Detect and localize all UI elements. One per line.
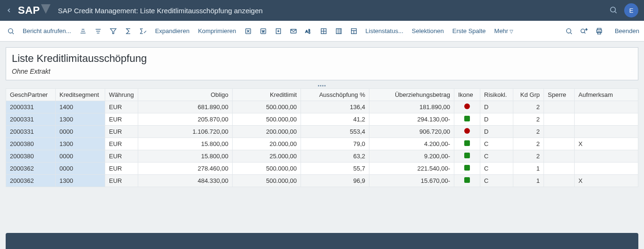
- export-excel-icon[interactable]: [242, 25, 254, 37]
- report-button[interactable]: Bericht aufrufen...: [20, 27, 74, 34]
- svg-point-31: [581, 29, 585, 33]
- table-row[interactable]: 20003801300EUR15.800,0020.000,0079,04.20…: [6, 138, 638, 150]
- status-bar: [6, 233, 638, 249]
- table-cell: 63,2: [301, 150, 369, 163]
- splitter-handle[interactable]: ••••: [6, 83, 638, 88]
- filter-icon[interactable]: [107, 25, 119, 37]
- sort-desc-icon[interactable]: [92, 25, 104, 37]
- table-cell: EUR: [105, 175, 138, 187]
- toolbar: Bericht aufrufen... Expandieren Komprimi…: [0, 21, 644, 42]
- col-ik[interactable]: Ikone: [454, 89, 480, 101]
- svg-point-1: [611, 7, 616, 12]
- status-icon: [464, 140, 470, 146]
- find-next-icon[interactable]: +: [578, 25, 590, 37]
- table-cell: 2000331: [6, 126, 56, 138]
- col-sp[interactable]: Sperre: [544, 89, 575, 101]
- page-title: SAP Credit Management: Liste Kreditlimit…: [58, 7, 263, 15]
- table-cell: EUR: [105, 113, 138, 126]
- table-cell: 41,2: [301, 113, 369, 126]
- app-header: SAP SAP Credit Management: Liste Kreditl…: [0, 0, 644, 21]
- expand-button[interactable]: Expandieren: [152, 27, 192, 34]
- selections-button[interactable]: Selektionen: [409, 27, 447, 34]
- compress-button[interactable]: Komprimieren: [195, 27, 239, 34]
- table-cell: 2000331: [6, 113, 56, 126]
- exit-button[interactable]: Beenden: [615, 27, 639, 34]
- table-cell: 0000: [56, 126, 105, 138]
- layout-icon[interactable]: [348, 25, 360, 37]
- table-cell: 2: [513, 126, 544, 138]
- subtotal-icon[interactable]: [137, 25, 150, 37]
- table-cell: 0000: [56, 150, 105, 163]
- mail-icon[interactable]: [287, 25, 300, 37]
- col-gp[interactable]: GeschPartner: [6, 89, 56, 101]
- col-rk[interactable]: Risikokl.: [480, 89, 513, 101]
- table-cell: 500.000,00: [233, 175, 301, 187]
- table-row[interactable]: 20003311400EUR681.890,00500.000,00136,41…: [6, 101, 638, 113]
- export-file-icon[interactable]: [272, 25, 284, 37]
- table-cell: [544, 138, 575, 150]
- svg-line-32: [584, 32, 585, 33]
- col-ks[interactable]: Kreditsegment: [56, 89, 105, 101]
- col-kl[interactable]: Kreditlimit: [233, 89, 301, 101]
- list-subtitle: Ohne Extrakt: [12, 68, 632, 75]
- table-cell: 79,0: [301, 138, 369, 150]
- search-icon[interactable]: [5, 25, 17, 37]
- table-cell: 20.000,00: [233, 138, 301, 150]
- print-icon[interactable]: [593, 25, 605, 37]
- table-cell: 15.800,00: [138, 138, 233, 150]
- table-cell: 1300: [56, 138, 105, 150]
- table-row[interactable]: 20003800000EUR15.800,0025.000,0063,29.20…: [6, 150, 638, 163]
- abc-icon[interactable]: ABC: [302, 25, 315, 37]
- liststatus-button[interactable]: Listenstatus...: [363, 27, 406, 34]
- table-cell: 553,4: [301, 126, 369, 138]
- sum-icon[interactable]: [122, 25, 134, 37]
- table-cell: 2: [513, 101, 544, 113]
- table-cell: 1: [513, 163, 544, 175]
- table-row[interactable]: 20003621300EUR484.330,00500.000,0096,915…: [6, 175, 638, 187]
- table-cell: [575, 150, 638, 163]
- avatar[interactable]: E: [624, 3, 638, 17]
- col-au[interactable]: Ausschöpfung %: [301, 89, 369, 101]
- firstcol-button[interactable]: Erste Spalte: [450, 27, 489, 34]
- find-icon[interactable]: [563, 25, 575, 37]
- table-cell: [544, 163, 575, 175]
- svg-text:C: C: [309, 32, 310, 34]
- back-icon[interactable]: [6, 7, 12, 14]
- table-cell: 294.130,00-: [369, 113, 454, 126]
- more-menu[interactable]: Mehr▽: [492, 27, 517, 34]
- sort-asc-icon[interactable]: [77, 25, 89, 37]
- table-cell: [575, 113, 638, 126]
- table-cell: [575, 101, 638, 113]
- search-icon[interactable]: [609, 6, 618, 16]
- table-cell: EUR: [105, 126, 138, 138]
- col-am[interactable]: Aufmerksam: [575, 89, 638, 101]
- table-cell: 2: [513, 138, 544, 150]
- col-ub[interactable]: Überziehungsbetrag: [369, 89, 454, 101]
- grid-icon[interactable]: [318, 25, 330, 37]
- col-w[interactable]: Währung: [105, 89, 138, 101]
- sap-logo-text: SAP: [18, 4, 40, 17]
- svg-point-3: [8, 28, 13, 33]
- table-cell: EUR: [105, 150, 138, 163]
- table-row[interactable]: 20003310000EUR1.106.720,00200.000,00553,…: [6, 126, 638, 138]
- col-kg[interactable]: Kd Grp: [513, 89, 544, 101]
- table-cell: [454, 126, 480, 138]
- status-icon: [464, 177, 470, 183]
- status-icon: [464, 103, 470, 109]
- col-ob[interactable]: Obligo: [138, 89, 233, 101]
- table-row[interactable]: 20003620000EUR278.460,00500.000,0055,722…: [6, 163, 638, 175]
- table-cell: 278.460,00: [138, 163, 233, 175]
- table-header-row: GeschPartner Kreditsegment Währung Oblig…: [6, 89, 638, 101]
- sap-logo-chevron-icon: [41, 4, 50, 17]
- svg-line-12: [144, 31, 146, 33]
- table-cell: 2: [513, 150, 544, 163]
- table-cell: X: [575, 175, 638, 187]
- list-title: Liste Kreditlimitausschöpfung: [12, 52, 632, 65]
- table-cell: D: [480, 101, 513, 113]
- export-word-icon[interactable]: [257, 25, 269, 37]
- table-row[interactable]: 20003311300EUR205.870,00500.000,0041,229…: [6, 113, 638, 126]
- table-cell: 906.720,00: [369, 126, 454, 138]
- table-cell: 1.106.720,00: [138, 126, 233, 138]
- table-cell: 484.330,00: [138, 175, 233, 187]
- columns-icon[interactable]: [333, 25, 345, 37]
